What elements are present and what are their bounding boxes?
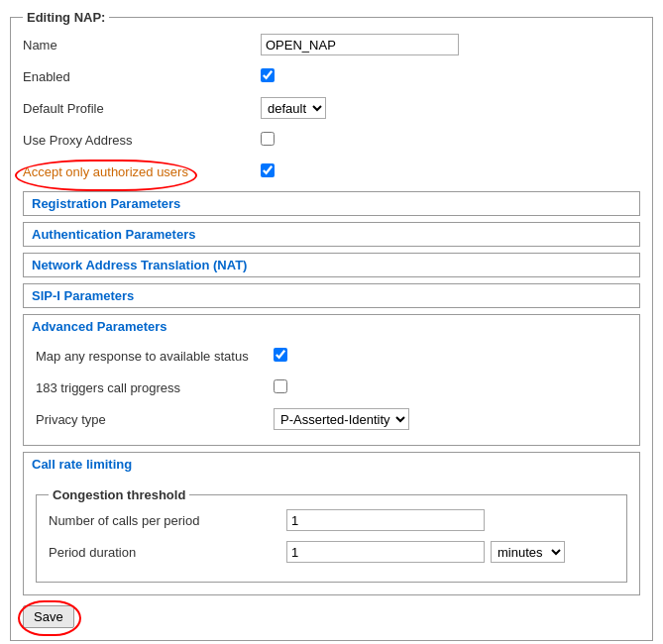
- calls-per-period-row: Number of calls per period: [49, 508, 614, 532]
- privacy-type-row: Privacy type P-Asserted-Identity: [36, 407, 627, 431]
- accept-authorized-control: [261, 163, 640, 180]
- name-label: Name: [23, 38, 261, 53]
- registration-section: Registration Parameters: [23, 191, 640, 216]
- privacy-type-select[interactable]: P-Asserted-Identity: [274, 408, 409, 430]
- period-duration-row: Period duration minutes seconds hours: [49, 540, 614, 564]
- accept-authorized-checkbox[interactable]: [261, 163, 275, 177]
- triggers-label: 183 triggers call progress: [36, 380, 274, 395]
- map-response-label: Map any response to available status: [36, 349, 274, 364]
- sipi-section: SIP-I Parameters: [23, 283, 640, 308]
- map-response-control: [274, 348, 627, 365]
- use-proxy-control: [261, 132, 640, 149]
- name-control: [261, 34, 640, 55]
- editing-nap-title: Editing NAP:: [23, 10, 109, 25]
- advanced-content: Map any response to available status 183…: [24, 338, 639, 445]
- enabled-control: [261, 68, 640, 85]
- period-duration-input[interactable]: [286, 541, 485, 563]
- period-duration-control: minutes seconds hours: [286, 541, 614, 563]
- calls-per-period-control: [286, 509, 614, 531]
- period-duration-label: Period duration: [49, 545, 286, 560]
- period-duration-group: minutes seconds hours: [286, 541, 614, 563]
- enabled-checkbox[interactable]: [261, 68, 275, 82]
- editing-nap-fieldset: Editing NAP: Name Enabled Default Profil…: [10, 10, 653, 641]
- registration-header[interactable]: Registration Parameters: [24, 192, 639, 215]
- call-rate-content: Congestion threshold Number of calls per…: [24, 476, 639, 594]
- advanced-section: Advanced Parameters Map any response to …: [23, 314, 640, 446]
- name-row: Name: [23, 33, 640, 56]
- registration-link[interactable]: Registration Parameters: [32, 196, 180, 211]
- call-rate-section: Call rate limiting Congestion threshold …: [23, 452, 640, 595]
- advanced-header[interactable]: Advanced Parameters: [24, 315, 639, 338]
- nat-link[interactable]: Network Address Translation (NAT): [32, 258, 247, 272]
- congestion-fieldset: Congestion threshold Number of calls per…: [36, 487, 627, 583]
- authentication-section: Authentication Parameters: [23, 222, 640, 247]
- enabled-label: Enabled: [23, 69, 261, 84]
- congestion-legend: Congestion threshold: [49, 487, 189, 502]
- page-container: Editing NAP: Name Enabled Default Profil…: [0, 0, 663, 644]
- triggers-row: 183 triggers call progress: [36, 376, 627, 399]
- default-profile-control: default: [261, 97, 640, 119]
- use-proxy-label: Use Proxy Address: [23, 133, 261, 148]
- triggers-checkbox[interactable]: [274, 379, 287, 393]
- enabled-row: Enabled: [23, 64, 640, 88]
- save-row: Save: [23, 605, 640, 628]
- nat-section: Network Address Translation (NAT): [23, 253, 640, 277]
- default-profile-row: Default Profile default: [23, 96, 640, 120]
- calls-per-period-input[interactable]: [286, 509, 485, 531]
- map-response-row: Map any response to available status: [36, 344, 627, 368]
- nat-header[interactable]: Network Address Translation (NAT): [24, 254, 639, 276]
- save-button[interactable]: Save: [23, 605, 74, 628]
- call-rate-link[interactable]: Call rate limiting: [32, 457, 132, 472]
- privacy-type-control: P-Asserted-Identity: [274, 408, 627, 430]
- default-profile-label: Default Profile: [23, 101, 261, 116]
- use-proxy-row: Use Proxy Address: [23, 128, 640, 152]
- map-response-checkbox[interactable]: [274, 348, 287, 362]
- accept-authorized-row: Accept only authorized users: [23, 160, 640, 183]
- triggers-control: [274, 379, 627, 396]
- sipi-link[interactable]: SIP-I Parameters: [32, 288, 134, 303]
- authentication-header[interactable]: Authentication Parameters: [24, 223, 639, 246]
- call-rate-header[interactable]: Call rate limiting: [24, 453, 639, 476]
- privacy-type-label: Privacy type: [36, 412, 274, 427]
- default-profile-select[interactable]: default: [261, 97, 326, 119]
- period-unit-select[interactable]: minutes seconds hours: [491, 541, 565, 563]
- calls-per-period-label: Number of calls per period: [49, 513, 286, 528]
- name-input[interactable]: [261, 34, 459, 55]
- use-proxy-checkbox[interactable]: [261, 132, 275, 146]
- sipi-header[interactable]: SIP-I Parameters: [24, 284, 639, 307]
- authentication-link[interactable]: Authentication Parameters: [32, 227, 195, 242]
- advanced-link[interactable]: Advanced Parameters: [32, 319, 167, 334]
- accept-authorized-label: Accept only authorized users: [23, 164, 261, 179]
